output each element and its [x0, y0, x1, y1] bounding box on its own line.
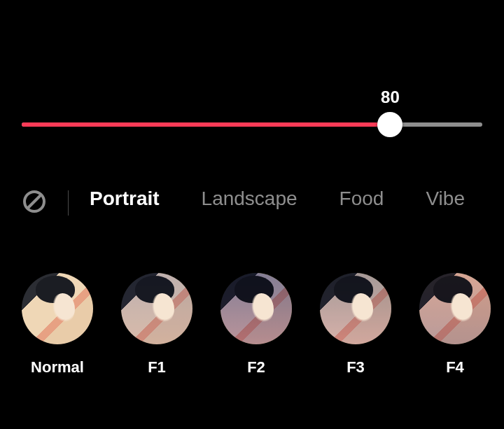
filter-label: F3 [346, 358, 365, 377]
filter-f1[interactable]: F1 [121, 273, 192, 377]
intensity-slider[interactable]: 80 [22, 108, 482, 150]
no-filter-icon [22, 190, 46, 216]
slider-value-label: 80 [381, 87, 400, 107]
tab-food[interactable]: Food [340, 188, 384, 218]
no-filter-button[interactable] [22, 190, 47, 216]
filter-thumbnail [121, 273, 192, 344]
filter-label: F2 [247, 358, 265, 377]
tab-label: Food [340, 188, 384, 209]
category-tabs: PortraitLandscapeFoodVibe [90, 188, 504, 218]
filter-f3[interactable]: F3 [320, 273, 391, 377]
filter-f2[interactable]: F2 [220, 273, 292, 377]
filter-normal[interactable]: Normal [22, 273, 93, 377]
filter-thumbnail [220, 273, 292, 344]
filter-f4[interactable]: F4 [419, 273, 491, 377]
filter-thumbnails-row: NormalF1F2F3F4 [22, 273, 504, 377]
filter-thumbnail [419, 273, 491, 344]
tab-landscape[interactable]: Landscape [202, 188, 298, 218]
filter-tint [220, 273, 292, 344]
slider-fill [22, 122, 390, 127]
slider-thumb[interactable] [377, 112, 402, 137]
tab-label: Vibe [426, 188, 465, 209]
tab-vibe[interactable]: Vibe [426, 188, 465, 218]
filter-tint [121, 273, 192, 344]
divider [68, 190, 69, 216]
tab-portrait[interactable]: Portrait [90, 188, 160, 218]
filter-thumbnail [320, 273, 391, 344]
filter-label: F4 [446, 358, 464, 377]
filter-tint [320, 273, 391, 344]
svg-line-1 [27, 195, 41, 209]
category-row: PortraitLandscapeFoodVibe [22, 182, 504, 224]
tab-label: Landscape [202, 188, 298, 209]
filter-tint [419, 273, 491, 344]
filter-thumbnail [22, 273, 93, 344]
filter-label: F1 [148, 358, 166, 377]
tab-label: Portrait [90, 188, 160, 209]
filter-label: Normal [31, 358, 84, 377]
